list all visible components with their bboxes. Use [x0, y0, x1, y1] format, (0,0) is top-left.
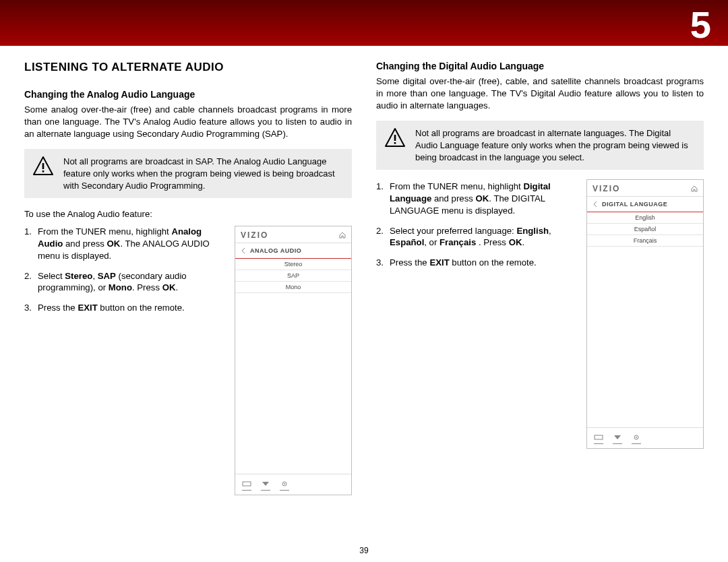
tv-item: Español	[587, 224, 703, 235]
tv-footer	[235, 474, 351, 495]
section-title: LISTENING TO ALTERNATE AUDIO	[24, 61, 352, 74]
right-steps: From the TUNER menu, highlight Digital L…	[376, 181, 577, 277]
tv-menu-title: ANALOG AUDIO	[250, 247, 301, 254]
tv-header: VIZIO	[587, 180, 703, 197]
svg-rect-6	[394, 142, 396, 144]
right-column: Changing the Digital Audio Language Some…	[376, 61, 704, 495]
gear-icon	[632, 431, 641, 444]
right-subheading: Changing the Digital Audio Language	[376, 61, 704, 71]
right-intro: Some digital over-the-air (free), cable,…	[376, 75, 704, 111]
tv-header: VIZIO	[235, 226, 351, 243]
chapter-number: 5	[690, 3, 710, 46]
svg-rect-1	[42, 170, 44, 173]
tv-subheader: ANALOG AUDIO	[235, 243, 351, 259]
tv-item: SAP	[235, 270, 351, 282]
right-note-text: Not all programs are broadcast in altern…	[415, 127, 694, 163]
left-note: Not all programs are broadcast in SAP. T…	[24, 149, 352, 198]
left-step-1: From the TUNER menu, highlight Analog Au…	[24, 226, 225, 261]
left-note-text: Not all programs are broadcast in SAP. T…	[63, 156, 342, 191]
wide-icon	[594, 431, 603, 444]
left-subheading: Changing the Analog Audio Language	[24, 89, 352, 100]
digital-language-screenshot: VIZIO DIGITAL LANGUAGE English Español F…	[586, 179, 704, 449]
tv-item: Mono	[235, 282, 351, 293]
tv-brand: VIZIO	[593, 184, 620, 193]
analog-audio-screenshot: VIZIO ANALOG AUDIO Stereo SAP Mono	[235, 226, 352, 495]
svg-rect-7	[595, 435, 603, 439]
tv-brand: VIZIO	[241, 230, 268, 240]
left-step-2: Select Stereo, SAP (secondary audio prog…	[24, 270, 225, 294]
svg-rect-2	[243, 482, 251, 486]
tv-subheader: DIGITAL LANGUAGE	[587, 197, 703, 212]
left-steps: From the TUNER menu, highlight Analog Au…	[24, 226, 225, 322]
right-note: Not all programs are broadcast in altern…	[376, 121, 704, 170]
left-lead: To use the Analog Audio feature:	[24, 209, 352, 219]
svg-rect-5	[394, 135, 396, 141]
page-body: LISTENING TO ALTERNATE AUDIO Changing th…	[0, 46, 728, 562]
home-icon	[691, 183, 698, 195]
left-column: LISTENING TO ALTERNATE AUDIO Changing th…	[24, 61, 352, 495]
right-step-3: Press the EXIT button on the remote.	[376, 257, 577, 269]
wide-icon	[242, 478, 251, 491]
back-icon	[241, 245, 246, 257]
back-icon	[593, 198, 598, 210]
right-step-1: From the TUNER menu, highlight Digital L…	[376, 181, 577, 216]
page-number: 39	[0, 546, 728, 555]
v-icon	[613, 431, 622, 444]
gear-icon	[280, 478, 289, 491]
right-step-2: Select your preferred language: English,…	[376, 225, 577, 249]
tv-item: Français	[587, 235, 703, 247]
tv-item: Stereo	[235, 259, 351, 270]
chapter-bar: 5	[0, 0, 728, 46]
warning-icon	[31, 156, 55, 176]
tv-menu-title: DIGITAL LANGUAGE	[602, 201, 667, 208]
tv-footer	[587, 427, 703, 448]
left-step-3: Press the EXIT button on the remote.	[24, 302, 225, 314]
home-icon	[339, 229, 346, 241]
svg-point-4	[284, 483, 285, 485]
tv-item: English	[587, 212, 703, 224]
warning-icon	[383, 127, 407, 148]
svg-rect-0	[42, 163, 44, 169]
v-icon	[261, 478, 270, 491]
left-intro: Some analog over-the-air (free) and cabl…	[24, 104, 352, 139]
svg-point-9	[636, 437, 637, 438]
